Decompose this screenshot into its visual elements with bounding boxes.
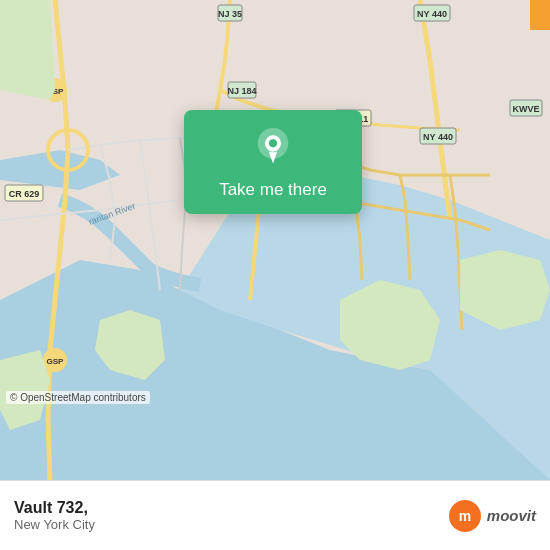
place-info: Vault 732, New York City (14, 499, 95, 532)
svg-text:NY 440: NY 440 (417, 9, 447, 19)
map-container: GSP GSP NJ 35 NJ 184 NJ CR 611 NY 440 (0, 0, 550, 480)
bottom-bar: Vault 732, New York City m moovit (0, 480, 550, 550)
osm-attribution: © OpenStreetMap contributors (6, 391, 150, 404)
moovit-brand-icon: m (449, 500, 481, 532)
place-name: Vault 732, (14, 499, 95, 517)
svg-text:NJ 184: NJ 184 (227, 86, 256, 96)
moovit-label: moovit (487, 507, 536, 524)
popup-card[interactable]: Take me there (184, 110, 362, 214)
svg-point-34 (269, 139, 277, 147)
svg-text:GSP: GSP (47, 357, 65, 366)
svg-marker-31 (530, 0, 550, 30)
app-container: GSP GSP NJ 35 NJ 184 NJ CR 611 NY 440 (0, 0, 550, 550)
moovit-logo: m moovit (449, 500, 536, 532)
map-svg: GSP GSP NJ 35 NJ 184 NJ CR 611 NY 440 (0, 0, 550, 480)
svg-text:m: m (459, 508, 471, 524)
svg-text:KWVE: KWVE (513, 104, 540, 114)
place-city: New York City (14, 517, 95, 532)
take-me-there-button[interactable]: Take me there (219, 180, 327, 200)
svg-text:NY 440: NY 440 (423, 132, 453, 142)
svg-text:CR 629: CR 629 (9, 189, 40, 199)
location-pin-icon (252, 128, 294, 170)
svg-text:NJ 35: NJ 35 (218, 9, 242, 19)
svg-marker-25 (0, 0, 55, 100)
